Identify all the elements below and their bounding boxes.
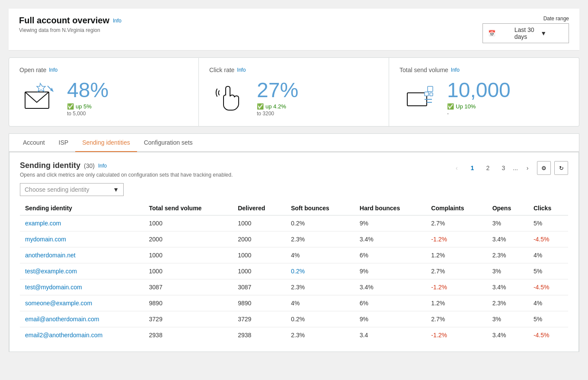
cell-clicks: -4.5% (528, 231, 568, 247)
cell-hard-bounces: 6% (355, 247, 426, 263)
cell-hard-bounces: 9% (355, 263, 426, 279)
cell-complaints: 2.7% (426, 263, 487, 279)
date-range-select[interactable]: 📅 Last 30 days ▼ (483, 23, 569, 43)
click-rate-info[interactable]: Info (237, 67, 246, 73)
cell-identity[interactable]: anotherdomain.net (20, 247, 144, 263)
cell-complaints: 2.7% (426, 311, 487, 327)
table-section-header-left: Sending identity (30) Info Opens and cli… (20, 161, 233, 178)
count-badge: (30) (84, 162, 95, 169)
cell-complaints: -1.2% (426, 231, 487, 247)
cell-soft-bounces: 0.2% (286, 215, 355, 231)
col-soft-bounces: Soft bounces (286, 201, 355, 215)
cell-total-send: 9890 (144, 295, 233, 311)
table-row: someone@example.com 9890 9890 4% 6% 1.2%… (20, 295, 568, 311)
chevron-down-icon: ▼ (540, 30, 563, 37)
cell-delivered: 1000 (233, 263, 286, 279)
gear-icon: ⚙ (541, 165, 546, 171)
cell-clicks: -4.5% (528, 279, 568, 295)
table-header: Sending identity Total send volume Deliv… (20, 201, 568, 215)
cell-identity[interactable]: email2@anotherdomain.com (20, 327, 144, 343)
check-circle-icon-3: ✅ (447, 103, 454, 110)
cell-total-send: 2938 (144, 327, 233, 343)
sending-identity-table: Sending identity Total send volume Deliv… (20, 201, 568, 343)
total-send-trend: ✅ Up 10% (447, 103, 511, 110)
open-rate-value: 48% (67, 80, 109, 101)
cell-identity[interactable]: test@mydomain.com (20, 279, 144, 295)
total-send-card: Total send volume Info (389, 57, 579, 127)
table-row: anotherdomain.net 1000 1000 4% 6% 1.2% 2… (20, 247, 568, 263)
cell-opens: 3% (487, 263, 528, 279)
cell-hard-bounces: 9% (355, 311, 426, 327)
open-rate-trend: ✅ up 5% (67, 103, 109, 110)
col-opens: Opens (487, 201, 528, 215)
identity-link: test@example.com (25, 268, 77, 275)
cell-identity[interactable]: test@example.com (20, 263, 144, 279)
date-range-container: Date range 📅 Last 30 days ▼ (483, 16, 569, 43)
cell-complaints: -1.2% (426, 327, 487, 343)
cell-complaints: -1.2% (426, 279, 487, 295)
cell-delivered: 2938 (233, 327, 286, 343)
cell-clicks: -4.5% (528, 327, 568, 343)
cell-delivered: 1000 (233, 215, 286, 231)
envelope-icon (19, 79, 58, 117)
page-3-btn[interactable]: 3 (497, 162, 509, 174)
calendar-icon: 📅 (488, 30, 511, 37)
cell-total-send: 1000 (144, 215, 233, 231)
total-send-value: 10,000 (447, 80, 511, 101)
tab-isp[interactable]: ISP (52, 134, 76, 152)
identity-link: anotherdomain.net (25, 252, 76, 259)
cell-identity[interactable]: someone@example.com (20, 295, 144, 311)
table-row: example.com 1000 1000 0.2% 9% 2.7% 3% 5% (20, 215, 568, 231)
page-2-btn[interactable]: 2 (482, 162, 494, 174)
cell-identity[interactable]: example.com (20, 215, 144, 231)
cell-hard-bounces: 9% (355, 215, 426, 231)
cell-delivered: 3087 (233, 279, 286, 295)
prev-page-btn[interactable]: ‹ (451, 162, 463, 174)
cell-complaints: 1.2% (426, 247, 487, 263)
click-rate-values: 27% ✅ up 4.2% to 3200 (257, 80, 298, 117)
page-ellipsis: ... (513, 165, 518, 171)
col-total-send: Total send volume (144, 201, 233, 215)
svg-rect-5 (428, 86, 433, 92)
identity-filter-select[interactable]: Choose sending identity ▼ (20, 183, 124, 196)
next-page-btn[interactable]: › (521, 162, 534, 174)
tab-configuration-sets[interactable]: Configuration sets (137, 134, 200, 152)
cell-total-send: 1000 (144, 247, 233, 263)
page-header: Full account overview Info Viewing data … (9, 9, 579, 51)
date-range-value: Last 30 days (514, 26, 537, 40)
page-1-btn[interactable]: 1 (466, 162, 478, 174)
table-row: email2@anotherdomain.com 2938 2938 2.3% … (20, 327, 568, 343)
sending-identity-info[interactable]: Info (98, 163, 107, 169)
hand-icon (209, 79, 248, 117)
filter-placeholder: Choose sending identity (25, 186, 89, 193)
cell-soft-bounces: 0.2% (286, 311, 355, 327)
col-complaints: Complaints (426, 201, 487, 215)
svg-rect-4 (407, 93, 427, 106)
identity-link: email@anotherdomain.com (25, 316, 99, 323)
cell-identity[interactable]: email@anotherdomain.com (20, 311, 144, 327)
send-icon (399, 79, 438, 117)
refresh-icon-btn[interactable]: ↻ (554, 161, 568, 175)
cell-clicks: 5% (528, 263, 568, 279)
table-row: test@example.com 1000 1000 0.2% 9% 2.7% … (20, 263, 568, 279)
cell-opens: 3% (487, 215, 528, 231)
identity-link: mydomain.com (25, 236, 66, 243)
cell-total-send: 1000 (144, 263, 233, 279)
search-filter: Choose sending identity ▼ (20, 183, 568, 196)
identity-link: test@mydomain.com (25, 284, 82, 291)
cell-delivered: 1000 (233, 247, 286, 263)
header-info-badge[interactable]: Info (113, 18, 121, 24)
table-body: example.com 1000 1000 0.2% 9% 2.7% 3% 5%… (20, 215, 568, 343)
cell-total-send: 2000 (144, 231, 233, 247)
tab-account[interactable]: Account (16, 134, 52, 152)
open-rate-info[interactable]: Info (49, 67, 58, 73)
tab-sending-identities[interactable]: Sending identities (75, 134, 137, 152)
cell-identity[interactable]: mydomain.com (20, 231, 144, 247)
open-rate-sub: to 5,000 (67, 111, 109, 117)
total-send-info[interactable]: Info (451, 67, 460, 73)
chevron-down-icon-2: ▼ (113, 186, 119, 193)
svg-marker-1 (37, 83, 45, 92)
identity-link: example.com (25, 220, 61, 227)
settings-icon-btn[interactable]: ⚙ (537, 161, 551, 175)
tabs-container: Account ISP Sending identities Configura… (9, 133, 579, 352)
